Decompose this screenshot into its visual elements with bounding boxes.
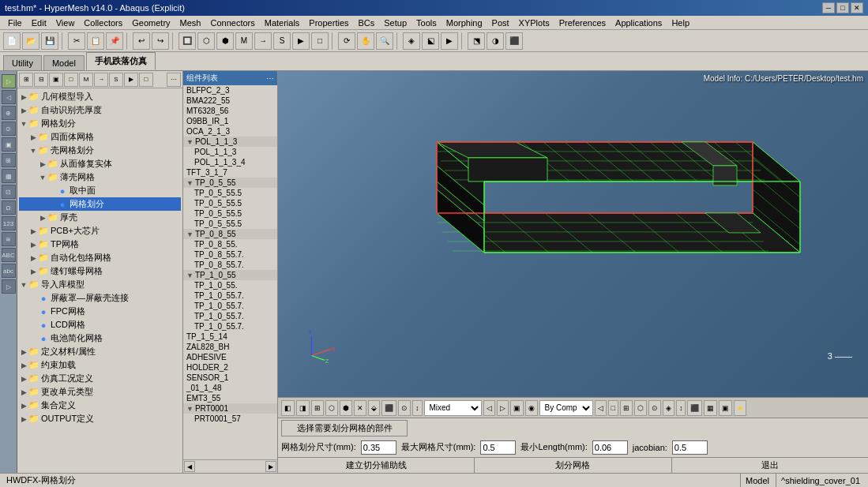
panel-icon-2[interactable]: ◁ [2,90,16,104]
menu-view[interactable]: View [51,17,80,28]
panel-icon-8[interactable]: ⊡ [2,185,16,199]
tb-zoom[interactable]: 🔍 [376,32,393,50]
vb-btn-11[interactable]: ◁ [483,400,495,416]
menu-materials[interactable]: Materials [260,17,305,28]
panel-icon-10[interactable]: 123 [2,216,16,230]
tb-display5[interactable]: ◑ [487,32,504,50]
tb-btn5[interactable]: → [254,32,272,50]
tree-item-midsurf[interactable]: ● 取中面 [19,184,181,197]
minimize-button[interactable]: ─ [822,2,835,13]
tab-phone-drop[interactable]: 手机跌落仿真 [86,52,156,70]
panel-icon-14[interactable]: ▷ [2,279,16,294]
tb-redo[interactable]: ↪ [152,32,169,50]
lp-btn-more[interactable]: ⋯ [167,73,181,87]
tb-btn2[interactable]: ⬡ [197,32,215,50]
tb-btn3[interactable]: ⬢ [216,32,234,50]
tb-undo[interactable]: ↩ [133,32,150,50]
exit-button[interactable]: 退出 [672,458,868,474]
panel-icon-11[interactable]: ≋ [2,232,16,246]
tb-display3[interactable]: ▶ [441,32,458,50]
comp-item-bma[interactable]: BMA222_55 [183,96,277,106]
menu-file[interactable]: File [3,17,27,28]
panel-icon-9[interactable]: Ω [2,200,16,215]
panel-icon-13[interactable]: abc [2,264,16,278]
scroll-right[interactable]: ▶ [265,461,276,472]
panel-icon-7[interactable]: ▦ [2,169,16,183]
tree-item-pcb[interactable]: ▶ 📁 PCB+大芯片 [19,224,181,238]
comp-item-o9bb[interactable]: O9BB_IR_1 [183,116,277,126]
lp-btn-7[interactable]: S [109,73,123,87]
tree-item-tp-mesh[interactable]: ▶ 📁 TP网格 [19,238,181,251]
comp-item-tp08-2[interactable]: TP_0_8_55.7. [183,249,277,260]
menu-help[interactable]: Help [667,17,694,28]
comp-item-01148[interactable]: _01_1_48 [183,383,277,393]
max-mesh-size-input[interactable] [480,440,516,455]
lp-btn-1[interactable]: ⊞ [19,73,33,87]
menu-connectors[interactable]: Connectors [205,17,259,28]
vb-btn-5[interactable]: ⬢ [340,400,352,416]
vb-btn-2[interactable]: ◨ [296,400,310,416]
comp-group-tp10[interactable]: ▼TP_1_0_55 [183,270,277,280]
comp-item-holder[interactable]: HOLDER_2 [183,362,277,373]
comp-item-blfpc[interactable]: BLFPC_2_3 [183,85,277,96]
3d-viewport[interactable]: Model Info: C:/Users/PETER/Desktop/test.… [278,71,868,397]
vb-btn-star[interactable]: ★ [734,400,746,416]
tree-item-elem-type[interactable]: ▶ 📁 更改单元类型 [19,385,181,399]
vb-btn-6[interactable]: ✕ [354,400,366,416]
jacobian-input[interactable] [672,440,708,455]
tb-btn8[interactable]: □ [311,32,329,50]
tree-item-fpc[interactable]: ● FPC网格 [19,305,181,318]
comp-item-tp08-3[interactable]: TP_0_8_55.7. [183,260,277,270]
tb-new[interactable]: 📄 [3,32,21,50]
tree-item-material[interactable]: ▶ 📁 定义材料/属性 [19,345,181,358]
comp-item-tp10-2[interactable]: TP_1_0_55.7. [183,290,277,301]
lp-btn-2[interactable]: ⊟ [34,73,48,87]
tb-paste[interactable]: 📌 [106,32,123,50]
comp-item-tft[interactable]: TFT_3_1_7 [183,167,277,178]
tree-item-lcd[interactable]: ● LCD网格 [19,318,181,332]
min-length-input[interactable] [592,440,628,455]
comp-item-pol1[interactable]: POL_1_1_3 [183,147,277,157]
panel-icon-3[interactable]: ⊕ [2,106,16,120]
comp-group-pol[interactable]: ▼POL_1_1_3 [183,137,277,147]
tree-item-shield-conn[interactable]: ● 屏蔽罩—屏蔽壳连接 [19,291,181,305]
comp-item-pol2[interactable]: POL_1_1_3_4 [183,157,277,167]
comp-item-oca[interactable]: OCA_2_1_3 [183,126,277,137]
vb-btn-8[interactable]: ⬛ [381,400,396,416]
tb-cut[interactable]: ✂ [68,32,85,50]
comp-group-prt[interactable]: ▼PRT0001 [183,403,277,414]
tree-item-mesh-div[interactable]: ● 网格划分 [19,197,181,211]
comp-item-adhesive[interactable]: ADHESIVE [183,352,277,362]
lp-btn-6[interactable]: → [94,73,108,87]
menu-applications[interactable]: Applications [611,17,667,28]
panel-icon-12[interactable]: ABC [2,248,16,262]
menu-xyplots[interactable]: XYPlots [514,17,554,28]
vb-btn-10[interactable]: ↕ [412,400,423,416]
tb-btn1[interactable]: 🔲 [178,32,196,50]
vb-btn-19[interactable]: ⊙ [648,400,661,416]
comp-item-tp15[interactable]: TP_1_5_14 [183,332,277,342]
comp-item-zal[interactable]: ZAL828_BH [183,342,277,352]
comp-item-emt3[interactable]: EMT3_55 [183,393,277,403]
tb-btn6[interactable]: S [273,32,291,50]
tree-item-thick-shell[interactable]: ▶ 📁 厚壳 [19,211,181,224]
mesh-size-input[interactable] [361,440,396,455]
vb-btn-1[interactable]: ◧ [281,400,295,416]
vb-btn-13[interactable]: ▣ [510,400,524,416]
vb-btn-21[interactable]: ↕ [676,400,686,416]
tree-item-shell-mesh[interactable]: ▼ 📁 壳网格划分 [19,144,181,157]
tree-item-output[interactable]: ▶ 📁 OUTPUT定义 [19,412,181,425]
maximize-button[interactable]: □ [836,2,849,13]
vb-btn-24[interactable]: ▣ [719,400,732,416]
menu-geometry[interactable]: Geometry [127,17,175,28]
tb-display6[interactable]: ⬛ [505,32,523,50]
tb-btn7[interactable]: ▶ [292,32,310,50]
tree-item-geom-import[interactable]: ▶ 📁 几何模型导入 [19,90,181,103]
tree-item-sim-def[interactable]: ▶ 📁 仿真工况定义 [19,372,181,385]
vb-btn-4[interactable]: ⬡ [325,400,338,416]
comp-item-tp10-5[interactable]: TP_1_0_55.7. [183,321,277,332]
tb-copy[interactable]: 📋 [87,32,104,50]
mesh-action-button[interactable]: 选择需要划分网格的部件 [281,420,408,436]
create-cut-lines-button[interactable]: 建立切分辅助线 [278,458,475,474]
tree-item-face-repair[interactable]: ▶ 📁 从面修复实体 [19,157,181,170]
